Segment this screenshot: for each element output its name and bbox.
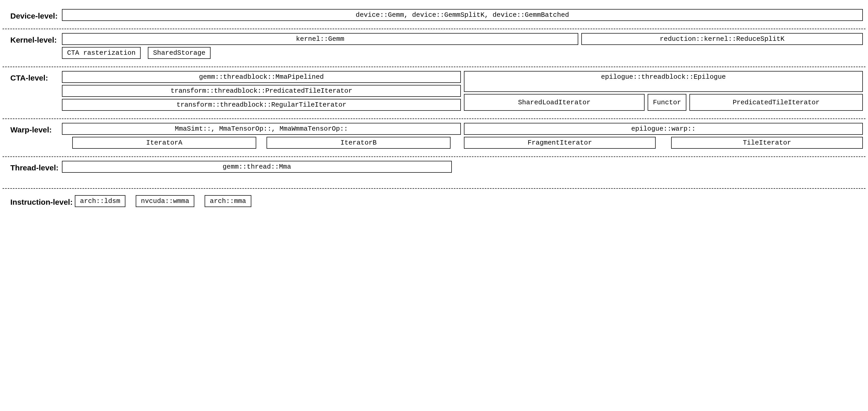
tile-iterator-box: TileIterator (671, 137, 863, 149)
hierarchy-diagram: Device-level: device::Gemm, device::Gemm… (3, 5, 865, 215)
predicated-tile-iterator-right-box: PredicatedTileIterator (689, 94, 863, 111)
epilogue-threadblock-box: epilogue::threadblock::Epilogue (464, 71, 863, 92)
cta-rasterization-box: CTA rasterization (62, 47, 141, 59)
mma-ops-box: MmaSimt::, MmaTensorOp::, MmaWmmaTensorO… (62, 123, 461, 135)
shared-storage-box: SharedStorage (148, 47, 211, 59)
shared-load-iterator-box: SharedLoadIterator (464, 94, 645, 111)
iterator-a-box: IteratorA (72, 137, 256, 149)
kernel-level-label: Kernel-level: (3, 33, 62, 45)
regular-tile-iterator-box: transform::threadblock::RegularTileItera… (62, 99, 461, 111)
cta-level-row: CTA-level: gemm::threadblock::MmaPipelin… (3, 67, 865, 119)
nvcuda-wmma-box: nvcuda::wmma (136, 195, 194, 207)
kernel-gemm-box: kernel::Gemm (62, 33, 578, 45)
warp-level-content: MmaSimt::, MmaTensorOp::, MmaWmmaTensorO… (62, 123, 865, 149)
device-level-label: Device-level: (3, 9, 62, 20)
warp-right-column: epilogue::warp:: FragmentIterator TileIt… (464, 123, 863, 149)
mma-pipelined-box: gemm::threadblock::MmaPipelined (62, 71, 461, 83)
device-level-row: Device-level: device::Gemm, device::Gemm… (3, 5, 865, 29)
gemm-thread-mma-box: gemm::thread::Mma (62, 161, 452, 173)
predicated-tile-iterator-box: transform::threadblock::PredicatedTileIt… (62, 85, 461, 97)
thread-level-row: Thread-level: gemm::thread::Mma (3, 157, 865, 189)
fragment-iterator-box: FragmentIterator (464, 137, 656, 149)
epilogue-warp-box: epilogue::warp:: (464, 123, 863, 135)
warp-level-label: Warp-level: (3, 123, 62, 134)
functor-box: Functor (648, 94, 686, 111)
instruction-level-content: arch::ldsm nvcuda::wmma arch::mma (75, 195, 865, 207)
arch-mma-box: arch::mma (205, 195, 251, 207)
iterator-b-box: IteratorB (267, 137, 451, 149)
warp-level-row: Warp-level: MmaSimt::, MmaTensorOp::, Mm… (3, 119, 865, 157)
instruction-level-label: Instruction-level: (3, 195, 75, 207)
cta-left-column: gemm::threadblock::MmaPipelined transfor… (62, 71, 461, 111)
device-level-content: device::Gemm, device::GemmSplitK, device… (62, 9, 865, 21)
kernel-level-row: Kernel-level: kernel::Gemm reduction::ke… (3, 29, 865, 67)
cta-level-content: gemm::threadblock::MmaPipelined transfor… (62, 71, 865, 111)
thread-level-content: gemm::thread::Mma (62, 161, 865, 173)
instruction-level-row: Instruction-level: arch::ldsm nvcuda::wm… (3, 189, 865, 215)
kernel-reduce-box: reduction::kernel::ReduceSplitK (581, 33, 863, 45)
warp-left-column: MmaSimt::, MmaTensorOp::, MmaWmmaTensorO… (62, 123, 461, 149)
cta-right-column: epilogue::threadblock::Epilogue SharedLo… (464, 71, 863, 111)
arch-ldsm-box: arch::ldsm (75, 195, 125, 207)
cta-level-label: CTA-level: (3, 71, 62, 82)
kernel-level-content: kernel::Gemm reduction::kernel::ReduceSp… (62, 33, 865, 59)
thread-level-label: Thread-level: (3, 161, 62, 172)
device-gemm-box: device::Gemm, device::GemmSplitK, device… (62, 9, 863, 21)
